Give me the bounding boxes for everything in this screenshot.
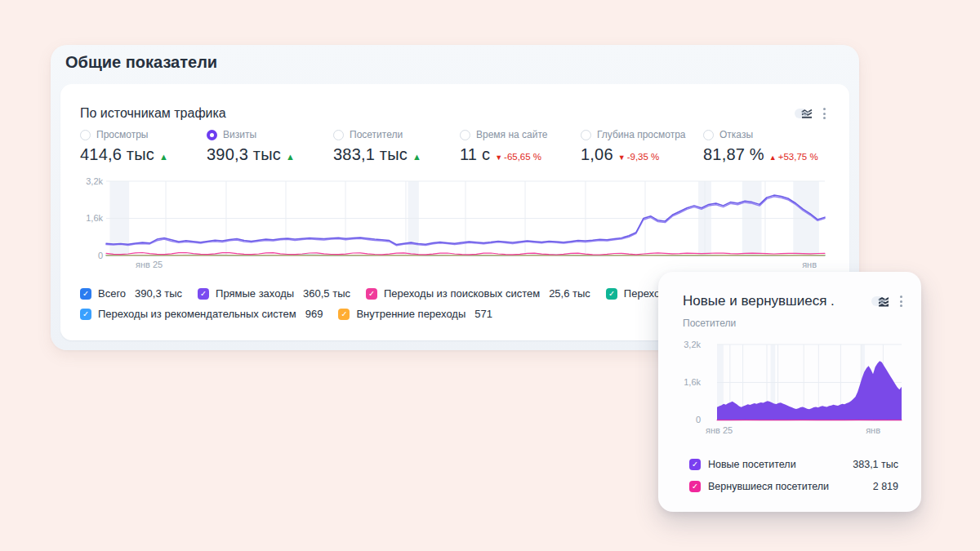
metric-Визиты[interactable]: Визиты 390,3 тыс▲ — [207, 128, 333, 164]
y-tick: 0 — [676, 415, 701, 424]
y-tick: 3,2k — [77, 176, 103, 186]
trend-up-icon: ▲ — [412, 152, 421, 162]
metric-delta: ▲+53,75 % — [769, 152, 818, 162]
legend-value: 390,3 тыс — [135, 287, 182, 300]
metric-Отказы[interactable]: Отказы 81,87 %▲+53,75 % — [703, 128, 825, 164]
card-title: Новые и вернувшиеся ... — [683, 293, 834, 309]
legend-label: Всего — [98, 287, 126, 300]
legend-value: 571 — [474, 308, 492, 320]
card-title: По источникам трафика — [80, 106, 226, 121]
metric-value: 1,06 — [581, 145, 613, 164]
metric-label: Визиты — [223, 129, 256, 140]
legend-label: Переходы из рекомендательных систем — [98, 308, 296, 320]
metric-Просмотры[interactable]: Просмотры 414,6 тыс▲ — [80, 128, 207, 164]
panel-title: Общие показатели — [65, 53, 217, 72]
legend-value: 969 — [305, 308, 323, 320]
y-tick: 1,6k — [77, 213, 103, 223]
legend-label: Переходы из поисковых систем — [384, 287, 540, 300]
legend-checkbox[interactable]: ✓ — [689, 459, 701, 470]
metric-radio[interactable] — [333, 130, 344, 140]
metric-value: 11 с — [460, 145, 490, 164]
legend-value: 25,6 тыс — [549, 287, 590, 300]
legend-item[interactable]: ✓ Вернувшиеся посетители 2 819 — [689, 475, 898, 497]
metric-value: 81,87 % — [703, 145, 764, 164]
visitors-chart-plot[interactable] — [717, 344, 902, 420]
metric-label: Посетители — [350, 129, 403, 140]
legend-value: 2 819 — [873, 481, 898, 492]
chevron-down-icon — [801, 111, 809, 116]
chart-type-button[interactable] — [795, 109, 808, 118]
legend-value: 360,5 тыс — [303, 287, 350, 300]
kebab-menu-icon[interactable] — [819, 104, 830, 122]
legend-checkbox[interactable]: ✓ — [606, 288, 617, 300]
metric-label: Глубина просмотра — [597, 129, 686, 140]
metric-delta: ▼-65,65 % — [495, 152, 541, 162]
metric-label: Время на сайте — [476, 129, 547, 140]
chart-type-button[interactable] — [871, 296, 884, 306]
legend-checkbox[interactable]: ✓ — [80, 288, 91, 300]
visitors-legend: ✓ Новые посетители 383,1 тыс✓ Вернувшиес… — [689, 453, 898, 497]
legend-item[interactable]: ✓ Прямые заходы360,5 тыс — [198, 287, 350, 300]
metric-radio[interactable] — [581, 130, 591, 140]
legend-label: Прямые заходы — [216, 287, 294, 300]
legend-item[interactable]: ✓ Всего390,3 тыс — [80, 287, 182, 300]
x-tick: янв — [854, 425, 880, 435]
metric-radio[interactable] — [703, 130, 714, 140]
legend-value: 383,1 тыс — [853, 459, 898, 470]
metric-label: Отказы — [719, 129, 753, 140]
new-returning-visitors-card: Новые и вернувшиеся ... Посетители 3,2k … — [658, 272, 921, 512]
legend-item[interactable]: ✓ Переходы из поисковых систем25,6 тыс — [366, 287, 590, 300]
trend-up-icon: ▲ — [286, 152, 295, 162]
legend-checkbox[interactable]: ✓ — [338, 309, 350, 320]
legend-checkbox[interactable]: ✓ — [689, 481, 701, 492]
legend-item[interactable]: ✓ Внутренние переходы571 — [338, 308, 492, 320]
x-tick: янв — [784, 260, 817, 269]
legend-item[interactable]: ✓ Новые посетители 383,1 тыс — [689, 453, 898, 475]
trend-down-icon: ▼ — [618, 153, 626, 162]
legend-label: Новые посетители — [708, 459, 796, 470]
traffic-chart-plot[interactable] — [106, 181, 825, 256]
trend-down-icon: ▼ — [495, 153, 502, 162]
legend-checkbox[interactable]: ✓ — [366, 288, 377, 300]
trend-up-icon: ▲ — [769, 153, 777, 162]
y-tick: 0 — [77, 251, 103, 260]
legend-label: Внутренние переходы — [356, 308, 466, 320]
x-tick: янв 25 — [136, 260, 163, 269]
legend-checkbox[interactable]: ✓ — [80, 309, 91, 320]
legend-label: Вернувшиеся посетители — [708, 481, 829, 492]
metric-value: 414,6 тыс — [80, 145, 154, 164]
x-tick: янв 25 — [706, 425, 733, 435]
metric-radio[interactable] — [207, 130, 217, 140]
kebab-menu-icon[interactable] — [896, 292, 906, 310]
metric-label: Просмотры — [96, 129, 148, 140]
legend-item[interactable]: ✓ Переходы из рекомендательных систем969 — [80, 308, 323, 320]
metric-radio[interactable] — [80, 130, 91, 140]
chevron-down-icon — [878, 299, 886, 304]
metric-delta: ▼-9,35 % — [618, 152, 660, 162]
metric-value: 383,1 тыс — [333, 145, 408, 164]
y-tick: 1,6k — [676, 377, 701, 387]
metric-radio[interactable] — [460, 130, 470, 140]
metric-Посетители[interactable]: Посетители 383,1 тыс▲ — [333, 128, 460, 164]
card-subtitle: Посетители — [683, 318, 736, 329]
legend-checkbox[interactable]: ✓ — [198, 288, 209, 300]
metrics-row: Просмотры 414,6 тыс▲ Визиты 390,3 тыс▲ П… — [80, 128, 841, 164]
trend-up-icon: ▲ — [159, 152, 168, 162]
metric-Глубина просмотра[interactable]: Глубина просмотра 1,06▼-9,35 % — [581, 128, 703, 164]
metric-value: 390,3 тыс — [207, 145, 281, 164]
metric-Время на сайте[interactable]: Время на сайте 11 с▼-65,65 % — [460, 128, 581, 164]
y-tick: 3,2k — [676, 340, 701, 349]
